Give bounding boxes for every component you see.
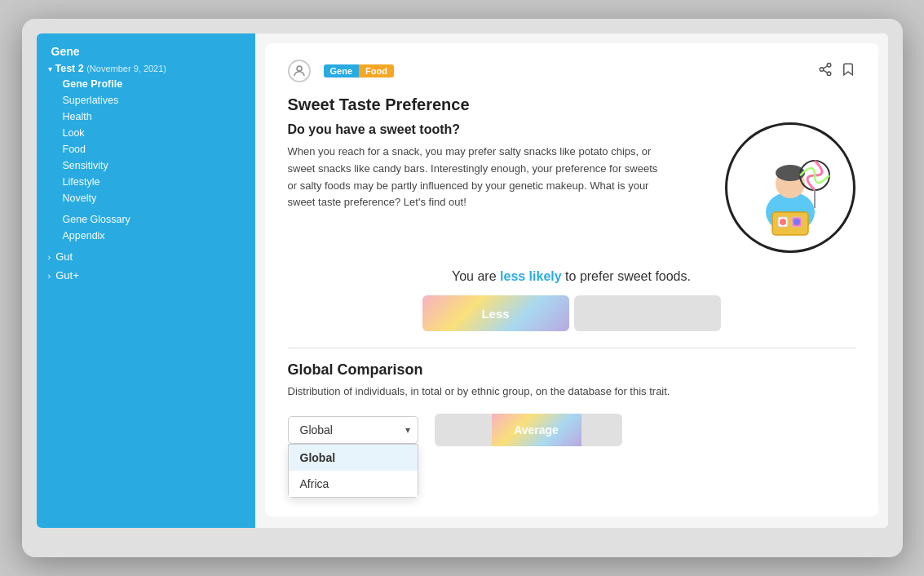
- sidebar-test-name: Test 2 (November 9, 2021): [55, 63, 167, 74]
- dropdown-open-list: Global Africa: [288, 444, 418, 498]
- svg-point-2: [820, 67, 824, 71]
- bar-inactive-segment: [574, 295, 721, 331]
- sidebar-item-superlatives[interactable]: Superlatives: [63, 92, 255, 109]
- text-area: Do you have a sweet tooth? When you reac…: [288, 122, 709, 211]
- gut-chevron-icon: ›: [48, 252, 51, 262]
- sidebar-item-lifestyle[interactable]: Lifestyle: [63, 174, 255, 190]
- sidebar-item-novelty[interactable]: Novelty: [63, 190, 255, 206]
- avg-bar-container: Average: [435, 414, 622, 446]
- test-chevron-icon: ▾: [48, 64, 52, 73]
- user-avatar-icon: [288, 60, 311, 82]
- sidebar-submenu: Gene Profile Superlatives Health Look Fo…: [37, 76, 255, 206]
- card-actions: [818, 62, 855, 81]
- bar-active-segment: Less: [422, 295, 569, 331]
- svg-point-3: [827, 72, 831, 76]
- result-text: You are less likely to prefer sweet food…: [288, 269, 855, 284]
- region-dropdown[interactable]: Global Africa Europe Asia Americas: [288, 416, 418, 444]
- sidebar-bottom-items: Gene Glossary Appendix: [37, 211, 255, 244]
- global-controls: Global Africa Europe Asia Americas ▾ Glo…: [288, 414, 855, 446]
- top-section: Do you have a sweet tooth? When you reac…: [288, 122, 855, 253]
- sidebar-item-gene-profile[interactable]: Gene Profile: [63, 76, 255, 92]
- illustration-image: [725, 122, 855, 253]
- page-title: Sweet Taste Preference: [288, 95, 855, 114]
- breadcrumb-tags: Gene Food: [324, 64, 394, 78]
- likelihood-bar: Less: [288, 295, 855, 331]
- region-dropdown-wrapper: Global Africa Europe Asia Americas ▾ Glo…: [288, 416, 418, 444]
- svg-point-0: [297, 66, 302, 71]
- bar-active-label: Less: [422, 295, 569, 331]
- avg-bar-left: [435, 414, 492, 446]
- sidebar-item-appendix[interactable]: Appendix: [63, 228, 255, 244]
- svg-point-15: [794, 219, 800, 225]
- dropdown-item-global[interactable]: Global: [289, 445, 418, 471]
- sidebar: Gene ▾ Test 2 (November 9, 2021) Gene Pr…: [37, 33, 255, 528]
- gut-plus-chevron-icon: ›: [48, 271, 51, 281]
- sidebar-gut-label: Gut: [55, 250, 73, 263]
- sidebar-gut-plus-label: Gut+: [55, 269, 79, 281]
- global-comparison-title: Global Comparison: [288, 361, 855, 379]
- share-icon[interactable]: [818, 62, 833, 81]
- dropdown-item-africa[interactable]: Africa: [289, 471, 418, 497]
- tag-gene: Gene: [324, 64, 360, 78]
- section-body-text: When you reach for a snack, you may pref…: [288, 144, 663, 211]
- laptop-frame: Gene ▾ Test 2 (November 9, 2021) Gene Pr…: [22, 19, 903, 557]
- avg-bar-label: Average: [514, 423, 559, 436]
- sidebar-item-gene-glossary[interactable]: Gene Glossary: [63, 211, 255, 228]
- section-divider: [288, 348, 855, 348]
- result-highlight: less likely: [500, 269, 562, 283]
- sidebar-item-gut[interactable]: › Gut: [37, 247, 255, 266]
- avg-bar-mid: Average: [492, 414, 581, 446]
- sidebar-item-gut-plus[interactable]: › Gut+: [37, 266, 255, 285]
- svg-line-4: [823, 70, 827, 73]
- tag-food: Food: [359, 64, 394, 78]
- avg-bar-right: [581, 414, 622, 446]
- sidebar-item-sensitivity[interactable]: Sensitivity: [63, 157, 255, 174]
- global-comparison-desc: Distribution of individuals, in total or…: [288, 385, 855, 397]
- sidebar-test-row: ▾ Test 2 (November 9, 2021): [37, 61, 255, 76]
- laptop-screen: Gene ▾ Test 2 (November 9, 2021) Gene Pr…: [37, 33, 888, 528]
- section-subtitle: Do you have a sweet tooth?: [288, 122, 709, 137]
- bookmark-icon[interactable]: [841, 62, 855, 81]
- sidebar-gene-label: Gene: [37, 42, 255, 61]
- main-content: ❮ ❯ Gene: [255, 33, 888, 528]
- svg-point-14: [780, 219, 786, 225]
- svg-line-5: [823, 65, 827, 68]
- sidebar-item-health[interactable]: Health: [63, 109, 255, 125]
- card-topbar: Gene Food: [288, 60, 855, 82]
- sidebar-item-look[interactable]: Look: [63, 125, 255, 141]
- sidebar-item-food[interactable]: Food: [63, 141, 255, 157]
- content-card: ❮ ❯ Gene: [265, 43, 878, 516]
- svg-point-1: [827, 63, 831, 67]
